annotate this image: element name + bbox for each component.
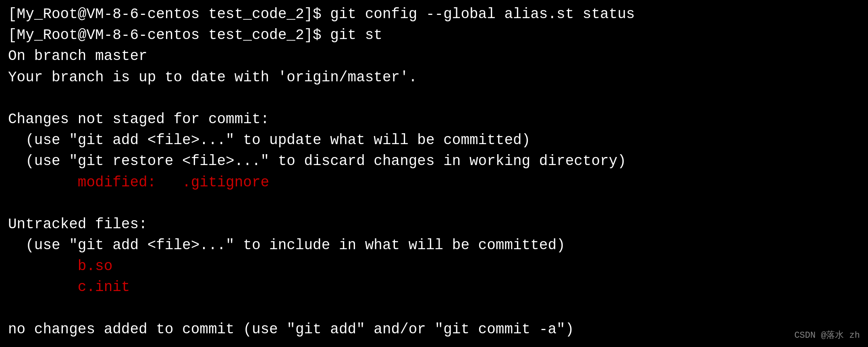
watermark-text: CSDN @落水 zh [794, 329, 860, 342]
terminal-line-5 [8, 88, 860, 109]
terminal-line-9: modified: .gitignore [8, 172, 860, 193]
terminal-line-12: (use "git add <file>..." to include in w… [8, 235, 860, 256]
terminal: [My_Root@VM-8-6-centos test_code_2]$ git… [0, 0, 868, 347]
terminal-line-10 [8, 193, 860, 214]
terminal-line-16: no changes added to commit (use "git add… [8, 319, 860, 340]
terminal-prompt-line[interactable]: [My_Root@VM-8-6-centos test_code_2]$ [8, 340, 860, 347]
terminal-line-1: [My_Root@VM-8-6-centos test_code_2]$ git… [8, 4, 860, 25]
terminal-line-14: c.init [8, 277, 860, 298]
terminal-line-13: b.so [8, 256, 860, 277]
terminal-line-11: Untracked files: [8, 214, 860, 235]
terminal-line-7: (use "git add <file>..." to update what … [8, 130, 860, 151]
terminal-line-15 [8, 298, 860, 319]
terminal-line-2: [My_Root@VM-8-6-centos test_code_2]$ git… [8, 25, 860, 46]
terminal-line-6: Changes not staged for commit: [8, 109, 860, 130]
terminal-line-8: (use "git restore <file>..." to discard … [8, 151, 860, 172]
terminal-line-3: On branch master [8, 46, 860, 67]
terminal-line-4: Your branch is up to date with 'origin/m… [8, 67, 860, 88]
